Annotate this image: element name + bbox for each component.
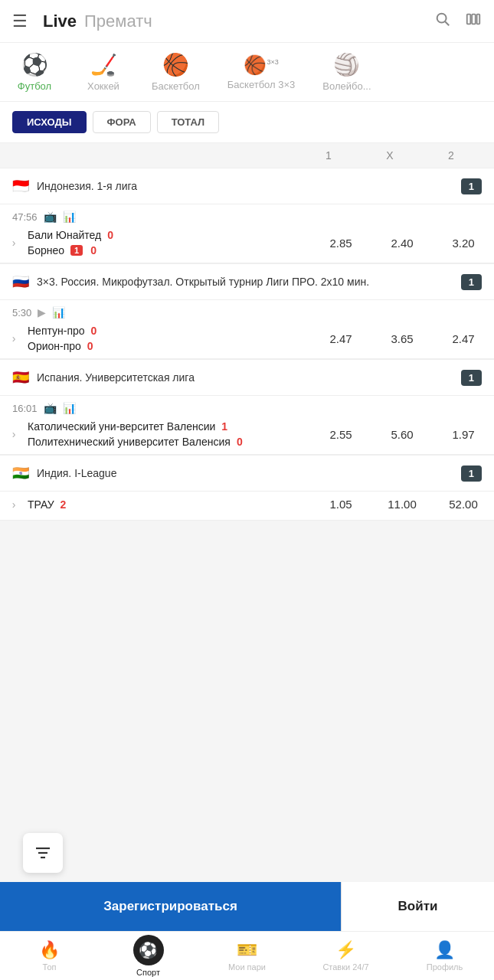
- teams-3: Католический уни-верситет Валенсии 1 Пол…: [28, 420, 310, 448]
- league-indonesia[interactable]: 🇮🇩 Индонезия. 1-я лига 1: [0, 168, 494, 204]
- team-name-bali: Бали Юнайтед: [28, 229, 101, 241]
- sport-tab-basketball[interactable]: 🏀 Баскетбол: [138, 49, 214, 95]
- odd-2-x[interactable]: 3.65: [371, 329, 433, 348]
- play-icon-2: ▶: [38, 306, 46, 318]
- basketball3x3-label: Баскетбол 3×3: [227, 79, 296, 90]
- filter-button[interactable]: [23, 833, 63, 873]
- match-trau: › ТРАУ 2 1.05 11.00 52.00: [0, 492, 494, 521]
- nav-mypari-label: Мои пари: [228, 962, 266, 972]
- lightning-icon: ⚡: [335, 940, 356, 960]
- sport-tab-volleyball[interactable]: 🏐 Волейбо...: [309, 49, 384, 95]
- nav-mypari[interactable]: 🎫 Мои пари: [198, 932, 296, 980]
- odd-3-2[interactable]: 1.97: [433, 425, 494, 444]
- match-bali-borneo: 47:56 📺 📊 › Бали Юнайтед 0 Борнео 1 0 2.…: [0, 204, 494, 263]
- chevron-4[interactable]: ›: [0, 495, 28, 514]
- match-header-2: 5:30 ▶ 📊: [0, 300, 494, 322]
- volleyball-icon: 🏐: [333, 52, 360, 77]
- main-content: ☰ Live Прематч ⚽ Футбо: [0, 0, 494, 628]
- football-icon: ⚽: [21, 52, 48, 77]
- teams-1: Бали Юнайтед 0 Борнео 1 0: [28, 229, 310, 256]
- team-row-bali: Бали Юнайтед 0: [28, 229, 310, 241]
- odd-4-2[interactable]: 52.00: [433, 495, 494, 514]
- match-time-2: 5:30: [12, 307, 31, 318]
- league-india[interactable]: 🇮🇳 Индия. I-League 1: [0, 455, 494, 492]
- team-score-neptun: 0: [91, 325, 97, 337]
- odd-4-1[interactable]: 1.05: [310, 495, 371, 514]
- sport-nav-icon: ⚽: [133, 935, 164, 965]
- odd-3-1[interactable]: 2.55: [310, 425, 371, 444]
- russia-flag: 🇷🇺: [12, 273, 29, 290]
- sport-tab-basketball3x3[interactable]: 🏀3×3 Баскетбол 3×3: [214, 51, 309, 93]
- odds-4: 1.05 11.00 52.00: [310, 495, 494, 514]
- sport-tab-football[interactable]: ⚽ Футбол: [0, 49, 69, 95]
- india-league-name: Индия. I-League: [37, 467, 453, 479]
- match-time-3: 16:01: [12, 403, 38, 414]
- stats-icon-1: 📊: [63, 211, 76, 223]
- bet-type-fora[interactable]: ФОРА: [93, 111, 151, 133]
- match-body-4: › ТРАУ 2 1.05 11.00 52.00: [0, 492, 494, 520]
- odd-1-1[interactable]: 2.85: [310, 234, 371, 253]
- sport-tab-hockey[interactable]: 🏒 Хоккей: [69, 49, 138, 95]
- team-row-politecnico: Политехнический университет Валенсия 0: [28, 436, 310, 448]
- live-label: Live: [43, 11, 77, 31]
- nav-top[interactable]: 🔥 Топ: [0, 932, 99, 980]
- league-spain[interactable]: 🇪🇸 Испания. Университетская лига 1: [0, 359, 494, 396]
- team-row-catolico: Католический уни-верситет Валенсии 1: [28, 420, 310, 433]
- indonesia-count: 1: [461, 178, 482, 194]
- nav-profile[interactable]: 👤 Профиль: [395, 932, 494, 980]
- stats-icon-3: 📊: [63, 402, 76, 414]
- team-name-trau: ТРАУ: [28, 498, 54, 511]
- stats-icon-2: 📊: [52, 306, 65, 318]
- col-x: X: [359, 149, 420, 162]
- russia-count: 1: [461, 274, 482, 290]
- match-body-3: › Католический уни-верситет Валенсии 1 П…: [0, 417, 494, 454]
- svg-line-1: [445, 21, 449, 25]
- nav-bets247[interactable]: ⚡ Ставки 24/7: [296, 932, 395, 980]
- chevron-3[interactable]: ›: [0, 420, 28, 448]
- spain-count: 1: [461, 370, 482, 386]
- team-name-politecnico: Политехнический университет Валенсия: [28, 436, 231, 448]
- india-flag: 🇮🇳: [12, 465, 29, 482]
- cta-bar: Зарегистрироваться Войти: [0, 882, 494, 931]
- team-score-bali: 0: [107, 229, 113, 241]
- teams-4: ТРАУ 2: [28, 495, 310, 514]
- team-score-catolico: 1: [221, 420, 227, 433]
- team-score-orion: 0: [87, 340, 93, 352]
- prematch-label[interactable]: Прематч: [84, 11, 152, 31]
- search-icon[interactable]: [434, 11, 451, 32]
- indonesia-league-name: Индонезия. 1-я лига: [37, 180, 453, 192]
- match-body-2: › Нептун-про 0 Орион-про 0 2.47 3.65 2.4…: [0, 322, 494, 358]
- russia-league-name: 3×3. Россия. Микрофутзал. Открытый турни…: [37, 276, 453, 288]
- team-name-orion: Орион-про: [28, 340, 81, 352]
- match-neptun-orion: 5:30 ▶ 📊 › Нептун-про 0 Орион-про 0 2.47…: [0, 300, 494, 359]
- spain-flag: 🇪🇸: [12, 369, 29, 386]
- chevron-1[interactable]: ›: [0, 229, 28, 256]
- odd-1-2[interactable]: 3.20: [433, 234, 494, 253]
- login-button[interactable]: Войти: [341, 882, 494, 931]
- odd-1-x[interactable]: 2.40: [371, 234, 433, 253]
- settings-icon[interactable]: [465, 11, 482, 32]
- team-name-neptun: Нептун-про: [28, 325, 85, 337]
- odd-3-x[interactable]: 5.60: [371, 425, 433, 444]
- header: ☰ Live Прематч: [0, 0, 494, 43]
- team-name-catolico: Католический уни-верситет Валенсии: [28, 420, 215, 433]
- bet-type-total[interactable]: ТОТАЛ: [157, 111, 220, 133]
- header-title: Live Прематч: [43, 11, 152, 31]
- register-button[interactable]: Зарегистрироваться: [0, 882, 341, 931]
- chevron-2[interactable]: ›: [0, 325, 28, 352]
- odd-2-2[interactable]: 2.47: [433, 329, 494, 348]
- menu-icon[interactable]: ☰: [12, 11, 28, 31]
- team-score-trau: 2: [61, 498, 67, 511]
- odd-4-x[interactable]: 11.00: [371, 495, 433, 514]
- nav-bets247-label: Ставки 24/7: [322, 962, 368, 972]
- team-row-trau: ТРАУ 2: [28, 498, 310, 511]
- nav-sport-label: Спорт: [136, 968, 160, 977]
- odd-2-1[interactable]: 2.47: [310, 329, 371, 348]
- fire-icon: 🔥: [39, 940, 60, 960]
- bet-type-outcomes[interactable]: ИСХОДЫ: [12, 111, 87, 133]
- india-count: 1: [461, 466, 482, 482]
- nav-sport[interactable]: ⚽ Спорт: [99, 932, 198, 980]
- odds-1: 2.85 2.40 3.20: [310, 229, 494, 256]
- spain-league-name: Испания. Университетская лига: [37, 371, 453, 384]
- league-russia-futsal[interactable]: 🇷🇺 3×3. Россия. Микрофутзал. Открытый ту…: [0, 263, 494, 300]
